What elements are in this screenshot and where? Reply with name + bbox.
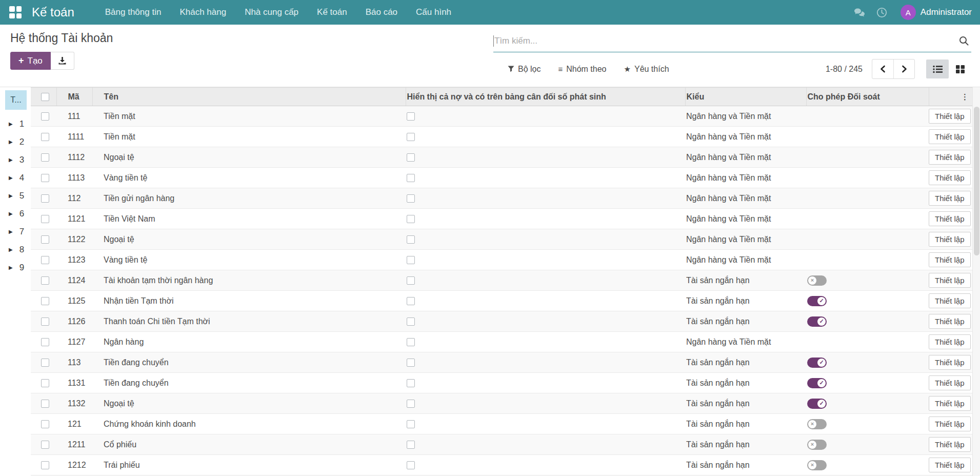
reconcile-toggle[interactable]: ✓ bbox=[807, 296, 827, 306]
setup-button[interactable]: Thiết lập bbox=[929, 437, 971, 452]
row-checkbox[interactable] bbox=[41, 318, 49, 326]
group-sidebar-item[interactable]: ▶7 bbox=[0, 223, 31, 241]
search-input[interactable] bbox=[494, 36, 956, 46]
group-sidebar-item[interactable]: ▶3 bbox=[0, 151, 31, 169]
column-header-show-balance[interactable]: Hiển thị cả nợ và có trên bảng cân đối s… bbox=[406, 88, 685, 106]
setup-button[interactable]: Thiết lập bbox=[929, 293, 971, 308]
reconcile-toggle[interactable]: × bbox=[807, 419, 827, 429]
setup-button[interactable]: Thiết lập bbox=[929, 252, 971, 267]
reconcile-toggle[interactable]: ✓ bbox=[807, 399, 827, 409]
row-checkbox[interactable] bbox=[41, 112, 49, 121]
table-row[interactable]: 1123Vàng tiền tệNgân hàng và Tiền mặtThi… bbox=[31, 250, 972, 270]
export-download-button[interactable] bbox=[51, 52, 74, 70]
pager-previous-button[interactable] bbox=[872, 60, 893, 78]
table-row[interactable]: 1126Thanh toán Chi tiền Tạm thờiTài sản … bbox=[31, 311, 972, 332]
favorites-button[interactable]: ★ Yêu thích bbox=[624, 65, 669, 74]
setup-button[interactable]: Thiết lập bbox=[929, 314, 971, 329]
group-sidebar-item[interactable]: ▶5 bbox=[0, 187, 31, 205]
nav-menu-item[interactable]: Nhà cung cấp bbox=[235, 0, 308, 25]
setup-button[interactable]: Thiết lập bbox=[929, 232, 971, 247]
table-row[interactable]: 1131Tiền đang chuyểnTài sản ngắn hạn✓Thi… bbox=[31, 373, 972, 393]
column-header-code[interactable]: Mã bbox=[56, 88, 92, 106]
column-options-button[interactable]: ⋮ bbox=[929, 88, 972, 106]
table-row[interactable]: 1211Cổ phiếuTài sản ngắn hạn×Thiết lập bbox=[31, 434, 972, 455]
column-header-type[interactable]: Kiểu bbox=[685, 88, 806, 106]
column-header-reconcile[interactable]: Cho phép Đối soát bbox=[806, 88, 929, 106]
reconcile-toggle[interactable]: ✓ bbox=[807, 378, 827, 388]
setup-button[interactable]: Thiết lập bbox=[929, 191, 971, 206]
setup-button[interactable]: Thiết lập bbox=[929, 396, 971, 411]
table-row[interactable]: 1113Vàng tiền tệNgân hàng và Tiền mặtThi… bbox=[31, 168, 972, 188]
setup-button[interactable]: Thiết lập bbox=[929, 211, 971, 226]
row-checkbox[interactable] bbox=[41, 441, 49, 449]
table-row[interactable]: 1132Ngoại tệTài sản ngắn hạn✓Thiết lập bbox=[31, 393, 972, 414]
setup-button[interactable]: Thiết lập bbox=[929, 170, 971, 185]
nav-menu-item[interactable]: Khách hàng bbox=[170, 0, 235, 25]
group-sidebar-item[interactable]: ▶9 bbox=[0, 259, 31, 276]
search-button[interactable] bbox=[956, 36, 971, 46]
reconcile-toggle[interactable]: × bbox=[807, 275, 827, 286]
kanban-view-button[interactable] bbox=[949, 60, 971, 78]
create-button[interactable]: + Tạo bbox=[10, 52, 51, 70]
row-checkbox[interactable] bbox=[41, 359, 49, 367]
table-row[interactable]: 112Tiền gửi ngân hàngNgân hàng và Tiền m… bbox=[31, 188, 972, 209]
user-name[interactable]: Administrator bbox=[921, 7, 972, 17]
group-by-button[interactable]: ≡ Nhóm theo bbox=[558, 65, 606, 74]
table-row[interactable]: 1124Tài khoản tạm thời ngân hàngTài sản … bbox=[31, 270, 972, 291]
nav-menu-item[interactable]: Bảng thông tin bbox=[96, 0, 171, 25]
group-sidebar-item[interactable]: ▶2 bbox=[0, 133, 31, 151]
row-checkbox[interactable] bbox=[41, 379, 49, 387]
row-checkbox[interactable] bbox=[41, 297, 49, 305]
setup-button[interactable]: Thiết lập bbox=[929, 109, 971, 124]
list-view-button[interactable] bbox=[926, 60, 949, 78]
pager-next-button[interactable] bbox=[893, 60, 914, 78]
group-sidebar-header[interactable]: T... bbox=[5, 90, 27, 110]
row-checkbox[interactable] bbox=[41, 235, 49, 244]
row-checkbox[interactable] bbox=[41, 215, 49, 223]
scrollbar-thumb[interactable] bbox=[974, 107, 979, 255]
table-row[interactable]: 1112Ngoại tệNgân hàng và Tiền mặtThiết l… bbox=[31, 147, 972, 168]
reconcile-toggle[interactable]: × bbox=[807, 440, 827, 450]
user-avatar[interactable]: A bbox=[901, 5, 916, 20]
setup-button[interactable]: Thiết lập bbox=[929, 150, 971, 165]
table-row[interactable]: 1127Ngân hàngNgân hàng và Tiền mặtThiết … bbox=[31, 332, 972, 352]
row-checkbox[interactable] bbox=[41, 194, 49, 203]
row-checkbox[interactable] bbox=[41, 153, 49, 162]
row-checkbox[interactable] bbox=[41, 276, 49, 285]
setup-button[interactable]: Thiết lập bbox=[929, 458, 971, 472]
setup-button[interactable]: Thiết lập bbox=[929, 129, 971, 144]
table-row[interactable]: 1125Nhận tiền Tạm thờiTài sản ngắn hạn✓T… bbox=[31, 291, 972, 311]
table-row[interactable]: 113Tiền đang chuyểnTài sản ngắn hạn✓Thiế… bbox=[31, 352, 972, 373]
messages-icon[interactable] bbox=[848, 7, 871, 17]
filters-button[interactable]: Bộ lọc bbox=[508, 65, 541, 74]
reconcile-toggle[interactable]: ✓ bbox=[807, 358, 827, 368]
select-all-checkbox[interactable] bbox=[41, 93, 49, 101]
row-checkbox[interactable] bbox=[41, 420, 49, 428]
setup-button[interactable]: Thiết lập bbox=[929, 334, 971, 349]
row-checkbox[interactable] bbox=[41, 400, 49, 408]
table-row[interactable]: 121Chứng khoán kinh doanhTài sản ngắn hạ… bbox=[31, 414, 972, 434]
app-brand[interactable]: Kế toán bbox=[32, 5, 74, 19]
reconcile-toggle[interactable]: × bbox=[807, 460, 827, 470]
nav-menu-item[interactable]: Kế toán bbox=[308, 0, 356, 25]
vertical-scrollbar[interactable] bbox=[972, 87, 980, 476]
table-row[interactable]: 1122Ngoại tệNgân hàng và Tiền mặtThiết l… bbox=[31, 229, 972, 250]
row-checkbox[interactable] bbox=[41, 256, 49, 264]
table-row[interactable]: 111Tiền mặtNgân hàng và Tiền mặtThiết lậ… bbox=[31, 106, 972, 127]
group-sidebar-item[interactable]: ▶4 bbox=[0, 169, 31, 187]
group-sidebar-item[interactable]: ▶8 bbox=[0, 241, 31, 259]
apps-grid-icon[interactable] bbox=[9, 6, 22, 18]
table-row[interactable]: 1212Trái phiếuTài sản ngắn hạn×Thiết lập bbox=[31, 455, 972, 475]
group-sidebar-item[interactable]: ▶6 bbox=[0, 205, 31, 223]
reconcile-toggle[interactable]: ✓ bbox=[807, 316, 827, 327]
setup-button[interactable]: Thiết lập bbox=[929, 417, 971, 431]
setup-button[interactable]: Thiết lập bbox=[929, 273, 971, 288]
group-sidebar-item[interactable]: ▶1 bbox=[0, 115, 31, 133]
table-row[interactable]: 1121Tiền Việt NamNgân hàng và Tiền mặtTh… bbox=[31, 209, 972, 229]
row-checkbox[interactable] bbox=[41, 133, 49, 141]
nav-menu-item[interactable]: Báo cáo bbox=[356, 0, 407, 25]
activities-clock-icon[interactable] bbox=[871, 7, 893, 18]
setup-button[interactable]: Thiết lập bbox=[929, 355, 971, 370]
column-header-name[interactable]: Tên bbox=[92, 88, 406, 106]
row-checkbox[interactable] bbox=[41, 338, 49, 346]
